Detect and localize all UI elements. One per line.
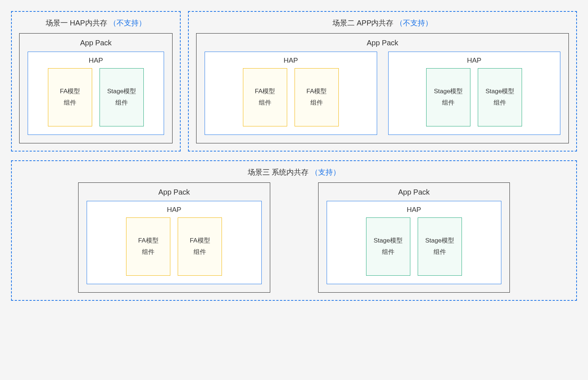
app-pack-label: App Pack — [319, 183, 510, 201]
component-line2: 组件 — [64, 97, 76, 109]
hap-label: HAP — [28, 52, 164, 68]
scenario-1: 场景一 HAP内共存 （不支持） App Pack HAP FA模型 组件 — [11, 11, 181, 151]
haps-row: HAP FA模型 组件 Stage模型 组件 — [20, 52, 172, 135]
component-line2: 组件 — [142, 247, 154, 258]
app-pack: App Pack HAP Stage模型 组件 Stage模型 组件 — [318, 182, 510, 293]
hap: HAP Stage模型 组件 Stage模型 组件 — [388, 52, 561, 135]
haps-row: HAP FA模型 组件 FA模型 组件 — [196, 52, 568, 135]
fa-model-component: FA模型 组件 — [295, 68, 339, 126]
component-line2: 组件 — [259, 97, 271, 109]
stage-model-component: Stage模型 组件 — [426, 68, 470, 126]
app-pack-label: App Pack — [196, 34, 568, 52]
component-line2: 组件 — [310, 97, 323, 109]
components-row: FA模型 组件 FA模型 组件 — [205, 68, 377, 126]
app-pack-label: App Pack — [20, 34, 172, 52]
scenario-1-title: 场景一 HAP内共存 （不支持） — [19, 18, 173, 28]
component-line1: Stage模型 — [434, 86, 463, 97]
component-line1: Stage模型 — [425, 235, 454, 247]
haps-row: HAP FA模型 组件 FA模型 组件 — [79, 201, 270, 284]
fa-model-component: FA模型 组件 — [243, 68, 287, 126]
scenario-2-title-note: （不支持） — [396, 19, 432, 27]
stage-model-component: Stage模型 组件 — [100, 68, 144, 126]
component-line1: Stage模型 — [486, 86, 514, 97]
scenario-3-packs: App Pack HAP FA模型 组件 FA模型 组件 — [19, 182, 569, 293]
stage-model-component: Stage模型 组件 — [366, 217, 410, 276]
scenario-2: 场景二 APP内共存 （不支持） App Pack HAP FA模型 组件 — [188, 11, 577, 151]
hap-label: HAP — [87, 201, 261, 217]
hap: HAP FA模型 组件 FA模型 组件 — [205, 52, 377, 135]
top-row: 场景一 HAP内共存 （不支持） App Pack HAP FA模型 组件 — [11, 11, 577, 151]
scenario-2-packs: App Pack HAP FA模型 组件 FA模型 — [196, 33, 569, 143]
scenario-2-title-prefix: 场景二 APP内共存 — [333, 19, 394, 27]
scenario-2-title: 场景二 APP内共存 （不支持） — [196, 18, 569, 28]
fa-model-component: FA模型 组件 — [48, 68, 92, 126]
component-line1: FA模型 — [255, 86, 275, 97]
component-line2: 组件 — [494, 97, 506, 109]
hap-label: HAP — [327, 201, 501, 217]
scenario-3-title: 场景三 系统内共存 （支持） — [19, 167, 569, 177]
app-pack-label: App Pack — [79, 183, 270, 201]
component-line2: 组件 — [442, 97, 455, 109]
app-pack: App Pack HAP FA模型 组件 FA模型 组件 — [78, 182, 270, 293]
scenario-3-title-note: （支持） — [311, 168, 340, 176]
component-line1: FA模型 — [306, 86, 327, 97]
hap: HAP FA模型 组件 Stage模型 组件 — [28, 52, 164, 135]
component-line2: 组件 — [115, 97, 128, 109]
hap: HAP Stage模型 组件 Stage模型 组件 — [327, 201, 502, 284]
component-line2: 组件 — [194, 247, 206, 258]
scenario-1-packs: App Pack HAP FA模型 组件 Stage模型 — [19, 33, 173, 143]
components-row: Stage模型 组件 Stage模型 组件 — [327, 217, 501, 276]
app-pack: App Pack HAP FA模型 组件 FA模型 — [196, 33, 569, 143]
component-line1: FA模型 — [190, 235, 210, 247]
hap: HAP FA模型 组件 FA模型 组件 — [87, 201, 262, 284]
hap-label: HAP — [389, 52, 560, 68]
scenario-1-title-prefix: 场景一 HAP内共存 — [46, 19, 107, 27]
component-line1: FA模型 — [60, 86, 80, 97]
component-line2: 组件 — [382, 247, 394, 258]
stage-model-component: Stage模型 组件 — [418, 217, 462, 276]
component-line1: FA模型 — [138, 235, 159, 247]
scenario-3-title-prefix: 场景三 系统内共存 — [248, 168, 309, 176]
component-line1: Stage模型 — [374, 235, 403, 247]
hap-label: HAP — [205, 52, 377, 68]
scenario-1-title-note: （不支持） — [109, 19, 146, 27]
stage-model-component: Stage模型 组件 — [478, 68, 522, 126]
diagram-canvas: 场景一 HAP内共存 （不支持） App Pack HAP FA模型 组件 — [11, 11, 577, 301]
components-row: Stage模型 组件 Stage模型 组件 — [389, 68, 560, 126]
component-line2: 组件 — [434, 247, 446, 258]
component-line1: Stage模型 — [107, 86, 136, 97]
scenario-3: 场景三 系统内共存 （支持） App Pack HAP FA模型 组件 — [11, 160, 577, 301]
haps-row: HAP Stage模型 组件 Stage模型 组件 — [319, 201, 510, 284]
components-row: FA模型 组件 FA模型 组件 — [87, 217, 261, 276]
components-row: FA模型 组件 Stage模型 组件 — [28, 68, 164, 126]
fa-model-component: FA模型 组件 — [178, 217, 222, 276]
fa-model-component: FA模型 组件 — [126, 217, 170, 276]
app-pack: App Pack HAP FA模型 组件 Stage模型 — [19, 33, 173, 143]
